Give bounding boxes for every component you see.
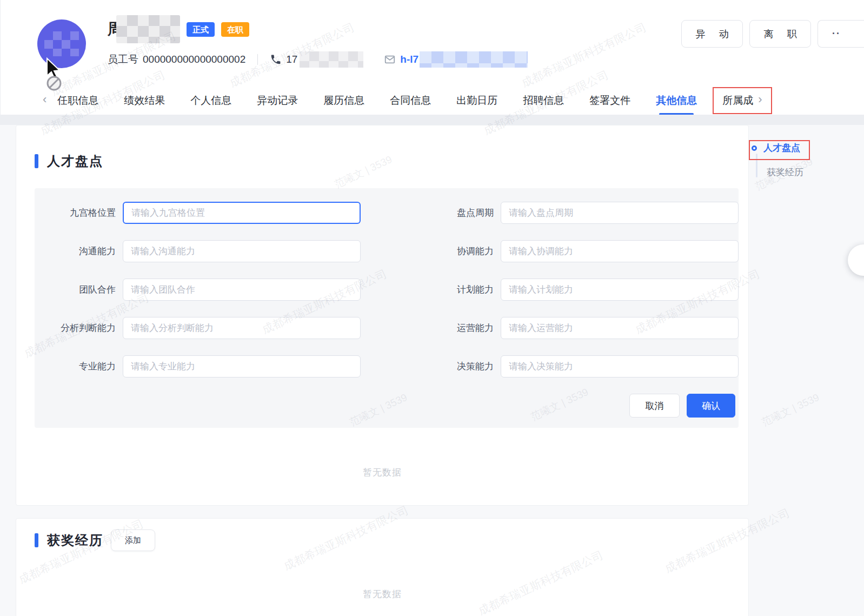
anchor-item-talent[interactable]: 人才盘点 bbox=[752, 142, 838, 154]
talent-review-card: 人才盘点 九宫格位置 盘点周期 沟通能力 协调能力 团队合作 计划能力 bbox=[16, 125, 749, 506]
tab-geren[interactable]: 个人信息 bbox=[190, 87, 231, 114]
tabs: 任职信息 绩效结果 个人信息 异动记录 履历信息 合同信息 出勤日历 招聘信息 … bbox=[57, 87, 754, 114]
phone-blur-mosaic bbox=[300, 51, 363, 68]
employee-name-row: 周 正式 在职 bbox=[108, 18, 249, 40]
field-label: 九宫格位置 bbox=[35, 207, 116, 219]
employee-detail-page: 成都希瑞亚斯科技有限公司 成都希瑞亚斯科技有限公司 成都希瑞亚斯科技有限公司 成… bbox=[0, 0, 864, 616]
tab-renzhi[interactable]: 任职信息 bbox=[57, 87, 98, 114]
talent-section-header: 人才盘点 bbox=[35, 153, 103, 170]
tab-hetong[interactable]: 合同信息 bbox=[390, 87, 431, 114]
confirm-button[interactable]: 确认 bbox=[687, 394, 735, 418]
status-badge-onjob: 在职 bbox=[221, 22, 249, 37]
no-drop-cursor-icon bbox=[43, 57, 70, 91]
input-jihua[interactable] bbox=[501, 279, 739, 301]
field-label: 计划能力 bbox=[435, 283, 494, 296]
field-label: 盘点周期 bbox=[435, 207, 494, 219]
section-accent-bar bbox=[35, 533, 38, 547]
tabbar-divider-band bbox=[0, 115, 864, 125]
talent-edit-panel: 九宫格位置 盘点周期 沟通能力 协调能力 团队合作 计划能力 分析判断能力 运 bbox=[35, 188, 739, 428]
cancel-button[interactable]: 取消 bbox=[629, 394, 680, 418]
input-jiugongge[interactable] bbox=[123, 202, 361, 224]
panel-actions: 取消 确认 bbox=[35, 394, 739, 418]
awards-section-title: 获奖经历 bbox=[47, 532, 103, 549]
form-row: 专业能力 决策能力 bbox=[35, 355, 739, 377]
awards-empty-text: 暂无数据 bbox=[16, 588, 748, 600]
input-xietiao[interactable] bbox=[501, 240, 739, 262]
input-yunying[interactable] bbox=[501, 317, 739, 339]
employee-header: 周 正式 在职 员工号 000000000000000002 17 h-l7 异… bbox=[0, 0, 864, 87]
talent-empty-text: 暂无数据 bbox=[16, 466, 748, 479]
anchor-label: 人才盘点 bbox=[763, 142, 800, 154]
field-label: 协调能力 bbox=[435, 245, 494, 257]
status-badge-regular: 正式 bbox=[187, 22, 215, 37]
tab-yidong[interactable]: 异动记录 bbox=[257, 87, 298, 114]
divider bbox=[257, 54, 258, 65]
employee-info-row: 员工号 000000000000000002 17 h-l7 bbox=[108, 51, 528, 68]
employee-no-value: 000000000000000002 bbox=[143, 54, 245, 65]
tab-suoshu-clipped[interactable]: 所属成 bbox=[722, 87, 754, 114]
anchor-label: 获奖经历 bbox=[767, 166, 803, 178]
input-juece[interactable] bbox=[501, 355, 739, 377]
input-pandian-zhouqi[interactable] bbox=[501, 202, 739, 224]
field-label: 团队合作 bbox=[35, 283, 116, 296]
awards-section-header: 获奖经历 添加 bbox=[35, 529, 155, 551]
email-blur-mosaic bbox=[420, 51, 528, 68]
tab-chuqin[interactable]: 出勤日历 bbox=[456, 87, 497, 114]
field-label: 分析判断能力 bbox=[35, 322, 116, 334]
field-label: 决策能力 bbox=[435, 360, 494, 373]
field-label: 沟通能力 bbox=[35, 245, 116, 257]
add-award-button[interactable]: 添加 bbox=[111, 529, 155, 551]
tabs-scroll-left-icon[interactable]: ‹ bbox=[43, 94, 52, 108]
section-accent-bar bbox=[35, 154, 38, 168]
avatar-blur-mosaic bbox=[44, 31, 79, 56]
tab-lvli[interactable]: 履历信息 bbox=[323, 87, 364, 114]
email-value[interactable]: h-l7 bbox=[400, 54, 418, 65]
detail-tabbar: ‹ 任职信息 绩效结果 个人信息 异动记录 履历信息 合同信息 出勤日历 招聘信… bbox=[0, 87, 864, 115]
form-row: 团队合作 计划能力 bbox=[35, 279, 739, 301]
tab-qianshu[interactable]: 签署文件 bbox=[589, 87, 630, 114]
awards-card: 获奖经历 添加 暂无数据 bbox=[16, 518, 749, 616]
header-actions: 异 动 离 职 ·· bbox=[675, 20, 864, 48]
tabs-scroll-right-icon[interactable]: › bbox=[758, 94, 767, 108]
tab-jixiao[interactable]: 绩效结果 bbox=[124, 87, 165, 114]
tab-qita-active[interactable]: 其他信息 bbox=[656, 87, 697, 114]
anchor-dot-icon bbox=[752, 145, 757, 151]
transfer-button[interactable]: 异 动 bbox=[681, 20, 743, 48]
anchor-item-awards[interactable]: 获奖经历 bbox=[752, 166, 838, 178]
input-zhuanye[interactable] bbox=[123, 355, 361, 377]
phone-icon bbox=[270, 54, 282, 65]
input-tuandui[interactable] bbox=[123, 279, 361, 301]
field-label: 专业能力 bbox=[35, 360, 116, 373]
more-actions-button[interactable]: ·· bbox=[818, 20, 864, 48]
input-fenxi-panduan[interactable] bbox=[123, 317, 361, 339]
employee-no-label: 员工号 bbox=[108, 52, 138, 67]
field-label: 运营能力 bbox=[435, 322, 494, 334]
anchor-nav: 人才盘点 获奖经历 bbox=[752, 142, 838, 178]
form-row: 沟通能力 协调能力 bbox=[35, 240, 739, 262]
mail-icon bbox=[384, 54, 396, 65]
talent-section-title: 人才盘点 bbox=[47, 153, 103, 170]
phone-value: 17 bbox=[286, 54, 297, 65]
tab-zhaopin[interactable]: 招聘信息 bbox=[523, 87, 564, 114]
resign-button[interactable]: 离 职 bbox=[749, 20, 811, 48]
input-goutong[interactable] bbox=[123, 240, 361, 262]
form-row: 九宫格位置 盘点周期 bbox=[35, 202, 739, 224]
name-blur-mosaic bbox=[116, 15, 180, 43]
form-row: 分析判断能力 运营能力 bbox=[35, 317, 739, 339]
